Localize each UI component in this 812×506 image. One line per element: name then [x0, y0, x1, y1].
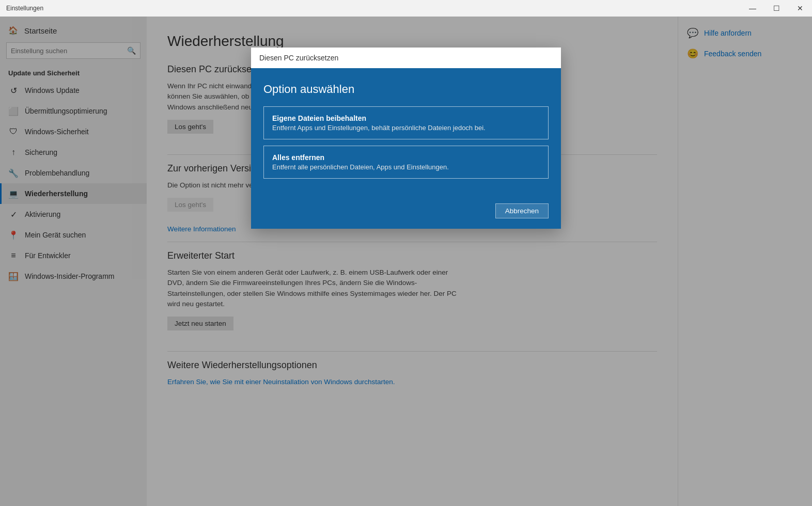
- modal-option-remove-all[interactable]: Alles entfernen Entfernt alle persönlich…: [263, 146, 549, 179]
- minimize-button[interactable]: —: [741, 0, 764, 17]
- maximize-button[interactable]: ☐: [764, 0, 788, 17]
- titlebar: Einstellungen — ☐ ✕: [0, 0, 812, 17]
- modal-title: Diesen PC zurücksetzen: [259, 54, 338, 62]
- window-controls: — ☐ ✕: [741, 0, 812, 17]
- modal-option-keep-files[interactable]: Eigene Dateien beibehalten Entfernt Apps…: [263, 106, 549, 139]
- app-title: Einstellungen: [6, 5, 43, 12]
- modal-heading: Option auswählen: [263, 83, 549, 96]
- modal-titlebar: Diesen PC zurücksetzen: [251, 48, 561, 68]
- cancel-button[interactable]: Abbrechen: [495, 203, 549, 218]
- modal-body: Option auswählen Eigene Dateien beibehal…: [251, 68, 561, 197]
- modal: Diesen PC zurücksetzen Option auswählen …: [251, 48, 561, 229]
- option1-desc: Entfernt Apps und Einstellungen, behält …: [272, 124, 540, 132]
- modal-footer: Abbrechen: [251, 197, 561, 229]
- option2-title: Alles entfernen: [272, 153, 540, 162]
- option1-title: Eigene Dateien beibehalten: [272, 114, 540, 122]
- modal-overlay: Diesen PC zurücksetzen Option auswählen …: [0, 17, 812, 506]
- option2-desc: Entfernt alle persönlichen Dateien, Apps…: [272, 163, 540, 171]
- close-button[interactable]: ✕: [788, 0, 812, 17]
